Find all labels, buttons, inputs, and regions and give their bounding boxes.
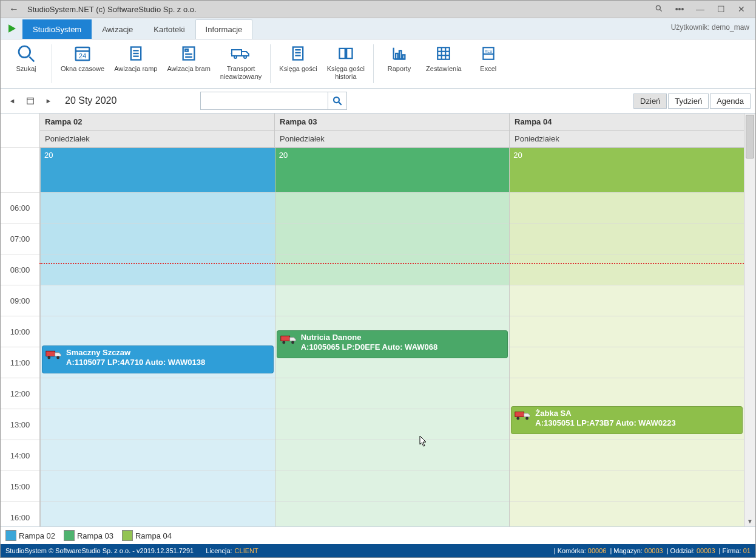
svg-point-39 [334, 97, 339, 103]
day-column[interactable]: Nutricia DanoneA:1005065 LP:D0EFE Auto: … [275, 192, 510, 526]
time-label: 07:00 [1, 223, 39, 254]
svg-rect-29 [438, 47, 450, 60]
allday-cell[interactable]: 20 [275, 148, 510, 192]
tab-kartoteki[interactable]: Kartoteki [143, 19, 195, 39]
appointment[interactable]: Smaczny SzczawA:1105077 LP:4A710 Auto: W… [42, 345, 274, 373]
time-label: 14:00 [1, 440, 39, 471]
svg-point-18 [244, 56, 246, 58]
svg-point-42 [47, 356, 50, 359]
ribbon-lists[interactable]: Zestawienia [421, 42, 467, 86]
search-icon [16, 43, 36, 64]
day-column[interactable]: Smaczny SzczawA:1105077 LP:4A710 Auto: W… [40, 192, 275, 526]
legend-item: Rampa 02 [5, 530, 55, 541]
time-label: 08:00 [1, 254, 39, 285]
tab-awizacje[interactable]: Awizacje [92, 19, 143, 39]
appointment[interactable]: Żabka SAA:1305051 LP:A73B7 Auto: WAW0223 [511, 406, 743, 434]
vertical-scrollbar[interactable]: ▲ ▼ [744, 114, 755, 526]
status-licence: CLIENT [235, 547, 258, 554]
day-column[interactable]: Żabka SAA:1305051 LP:A73B7 Auto: WAW0223 [509, 192, 744, 526]
tab-studiosystem[interactable]: StudioSystem [22, 19, 92, 39]
allday-cell[interactable]: 20 [40, 148, 275, 192]
ribbon-excel[interactable]: XLSExcel [467, 42, 510, 86]
window-title: StudioSystem.NET (c) SoftwareStudio Sp. … [24, 5, 197, 14]
back-button[interactable]: ← [4, 4, 24, 15]
current-date: 20 Sty 2020 [65, 95, 116, 106]
column-header: Rampa 03Poniedziałek [274, 114, 509, 148]
time-label: 11:00 [1, 347, 39, 378]
search-box[interactable] [200, 92, 347, 110]
svg-rect-27 [399, 50, 402, 59]
time-label: 06:00 [1, 192, 39, 223]
grid-icon [436, 43, 451, 64]
scroll-down[interactable]: ▼ [744, 515, 755, 526]
svg-text:24: 24 [79, 52, 87, 60]
search-input[interactable] [201, 97, 328, 106]
status-copyright: StudioSystem © SoftwareStudio Sp. z o.o.… [5, 547, 194, 554]
svg-point-45 [282, 341, 285, 344]
svg-line-40 [339, 102, 342, 105]
svg-point-3 [19, 46, 30, 58]
ribbon-search[interactable]: Szukaj [4, 42, 48, 86]
svg-rect-13 [185, 49, 188, 52]
next-button[interactable]: ► [42, 94, 55, 107]
view-agenda[interactable]: Agenda [710, 94, 751, 109]
excel-icon: XLS [481, 43, 496, 64]
legend: Rampa 02Rampa 03Rampa 04 [1, 526, 755, 544]
svg-point-48 [517, 417, 520, 420]
notebook-icon [289, 43, 306, 64]
prev-button[interactable]: ◄ [5, 94, 19, 107]
search-small-icon[interactable] [649, 4, 669, 15]
view-day[interactable]: Dzień [633, 94, 667, 109]
view-week[interactable]: Tydzień [668, 94, 709, 109]
titlebar: ← StudioSystem.NET (c) SoftwareStudio Sp… [1, 1, 755, 18]
maximize-button[interactable]: ☐ [710, 4, 731, 14]
user-label: Użytkownik: demo_maw [671, 23, 749, 32]
minimize-button[interactable]: — [690, 4, 710, 14]
svg-line-4 [29, 56, 34, 61]
svg-rect-28 [403, 55, 405, 59]
legend-item: Rampa 04 [122, 530, 172, 541]
calendar-picker[interactable] [24, 94, 37, 107]
ribbon-gate-advice[interactable]: Awizacja bram [162, 42, 215, 86]
ribbon-guestbook[interactable]: Księga gości [274, 42, 322, 86]
time-grid[interactable]: 06:0007:0008:0009:0010:0011:0012:0013:00… [1, 192, 744, 526]
menubar: StudioSystem Awizacje Kartoteki Informac… [1, 18, 755, 39]
now-indicator [39, 263, 744, 264]
time-label: 10:00 [1, 316, 39, 347]
status-licence-label: Licencja: [206, 547, 232, 554]
svg-marker-2 [8, 24, 16, 33]
time-label: 15:00 [1, 471, 39, 502]
time-label: 13:00 [1, 409, 39, 440]
ribbon-reports[interactable]: Raporty [377, 42, 421, 86]
svg-rect-47 [515, 412, 524, 417]
column-header: Rampa 04Poniedziałek [509, 114, 744, 148]
allday-row: 202020 [1, 148, 744, 192]
time-label: 12:00 [1, 378, 39, 409]
svg-rect-16 [232, 50, 241, 56]
svg-point-46 [291, 341, 294, 344]
statusbar: StudioSystem © SoftwareStudio Sp. z o.o.… [1, 544, 755, 557]
book-icon [337, 43, 355, 64]
ribbon-guestbook-history[interactable]: Księga gości historia [322, 42, 370, 86]
close-button[interactable]: ✕ [731, 4, 752, 14]
search-submit[interactable] [328, 92, 346, 109]
svg-point-49 [525, 417, 528, 420]
form-icon [180, 43, 197, 64]
tab-informacje[interactable]: Informacje [195, 19, 253, 39]
svg-point-0 [656, 5, 660, 10]
scroll-thumb[interactable] [746, 115, 754, 158]
more-icon[interactable]: ••• [669, 4, 690, 14]
truck-icon [231, 43, 251, 64]
time-label: 16:00 [1, 502, 39, 526]
svg-text:XLS: XLS [485, 49, 493, 53]
svg-rect-37 [27, 98, 34, 104]
ribbon-ramp-advice[interactable]: Awizacja ramp [109, 42, 162, 86]
appointment[interactable]: Nutricia DanoneA:1005065 LP:D0EFE Auto: … [277, 330, 508, 358]
ribbon-time-windows[interactable]: 24Okna czasowe [56, 42, 109, 86]
play-button[interactable] [4, 21, 20, 36]
chart-icon [391, 43, 408, 64]
ribbon-transport[interactable]: Transport nieawizowany [215, 42, 266, 86]
datebar: ◄ ► 20 Sty 2020 Dzień Tydzień Agenda [1, 89, 755, 114]
allday-cell[interactable]: 20 [509, 148, 744, 192]
column-header: Rampa 02Poniedziałek [39, 114, 274, 148]
